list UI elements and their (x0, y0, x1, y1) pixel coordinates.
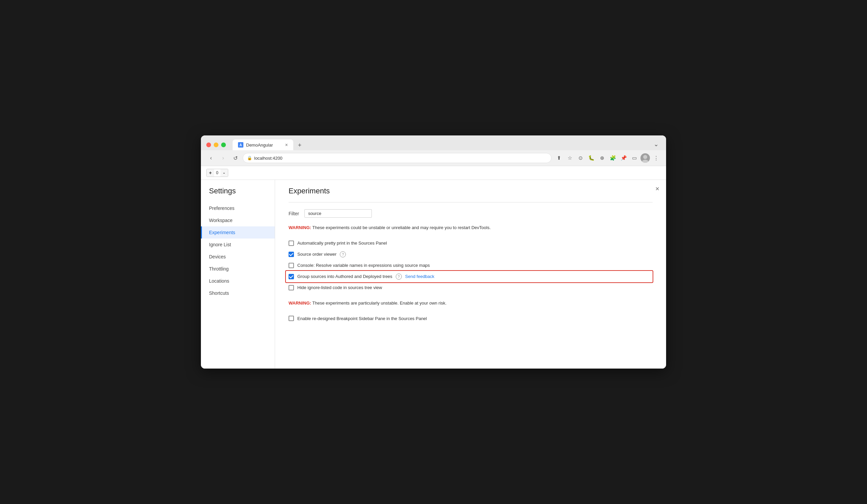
experiment-hide-ignore: Hide ignore-listed code in sources tree … (289, 282, 653, 293)
tab-bar: A DemoAngular × + (233, 140, 305, 150)
share-button[interactable]: ⬆ (554, 153, 564, 163)
warning-text-2: WARNING: These experiments are particula… (289, 300, 653, 307)
checkbox-hide-ignore[interactable] (289, 285, 294, 291)
counter-value: 0 (214, 171, 221, 175)
puzzle-icon[interactable]: 🧩 (608, 153, 618, 163)
checkbox-source-order-viewer[interactable] (289, 252, 294, 257)
close-button[interactable] (206, 143, 211, 147)
warning-label-2: WARNING: (289, 300, 311, 306)
devtools-icon[interactable]: ⊙ (576, 153, 585, 163)
address-bar[interactable]: 🔒 localhost:4200 (243, 153, 552, 163)
settings-panel: × Settings Preferences Workspace Experim… (201, 180, 666, 369)
active-tab[interactable]: A DemoAngular × (233, 140, 293, 150)
warning-body-2: These experiments are particularly unsta… (311, 300, 447, 306)
pin-icon[interactable]: 📌 (619, 153, 628, 163)
sidebar-item-locations[interactable]: Locations (201, 275, 275, 287)
title-divider (289, 202, 653, 202)
filter-row: Filter (289, 209, 653, 218)
svg-point-0 (643, 155, 647, 159)
bug-icon[interactable]: 🐛 (587, 153, 596, 163)
filter-label: Filter (289, 211, 299, 216)
tab-favicon: A (238, 142, 243, 147)
extension-icon[interactable]: ⊕ (597, 153, 607, 163)
minimize-button[interactable] (214, 143, 218, 147)
label-pretty-print: Automatically pretty print in the Source… (297, 241, 387, 245)
browser-window: A DemoAngular × + ⌄ ‹ › ↺ 🔒 localhost:42… (201, 135, 666, 369)
filter-input[interactable] (304, 209, 372, 218)
new-tab-button[interactable]: + (295, 140, 305, 150)
sidebar-item-shortcuts[interactable]: Shortcuts (201, 287, 275, 299)
window-dropdown-button[interactable]: ⌄ (651, 140, 661, 149)
refresh-button[interactable]: ↺ (231, 153, 240, 163)
navigation-bar: ‹ › ↺ 🔒 localhost:4200 ⬆ ☆ ⊙ 🐛 ⊕ 🧩 📌 ▭ ⋮ (201, 150, 666, 166)
nav-actions: ⬆ ☆ ⊙ 🐛 ⊕ 🧩 📌 ▭ ⋮ (554, 153, 661, 163)
menu-button[interactable]: ⋮ (651, 153, 661, 163)
close-settings-button[interactable]: × (655, 185, 659, 192)
sidebar-item-ignore-list[interactable]: Ignore List (201, 239, 275, 251)
experiment-source-order-viewer: Source order viewer ? (289, 249, 653, 260)
browser-content: + 0 - × Settings Preferences Workspace E… (201, 166, 666, 369)
counter-minus-button[interactable]: - (221, 169, 228, 176)
counter-widget: + 0 - (206, 169, 228, 177)
warning-text-1: WARNING: These experiments could be unst… (289, 224, 653, 231)
counter-plus-button[interactable]: + (207, 169, 214, 176)
settings-main-content: Experiments Filter WARNING: These experi… (275, 180, 666, 369)
checkbox-breakpoint-sidebar[interactable] (289, 316, 294, 321)
tab-close-button[interactable]: × (285, 143, 288, 147)
traffic-lights (206, 143, 226, 147)
label-console-resolve: Console: Resolve variable names in expre… (297, 263, 430, 268)
experiment-console-resolve: Console: Resolve variable names in expre… (289, 260, 653, 271)
lock-icon: 🔒 (247, 156, 252, 160)
label-breakpoint-sidebar: Enable re-designed Breakpoint Sidebar Pa… (297, 316, 427, 321)
sidebar-item-devices[interactable]: Devices (201, 251, 275, 263)
experiment-pretty-print: Automatically pretty print in the Source… (289, 238, 653, 249)
devtools-counter-row: + 0 - (201, 166, 666, 180)
sidebar-toggle[interactable]: ▭ (630, 153, 639, 163)
label-source-order-viewer: Source order viewer (297, 252, 336, 257)
experiment-breakpoint-sidebar: Enable re-designed Breakpoint Sidebar Pa… (289, 313, 653, 324)
svg-point-1 (642, 160, 649, 163)
checkbox-group-sources[interactable] (289, 274, 294, 279)
checkbox-console-resolve[interactable] (289, 263, 294, 268)
experiment-group-sources: Group sources into Authored and Deployed… (286, 271, 653, 282)
profile-icon[interactable] (641, 153, 650, 163)
sidebar-item-workspace[interactable]: Workspace (201, 214, 275, 227)
help-icon-group-sources[interactable]: ? (396, 274, 402, 280)
browser-titlebar: A DemoAngular × + ⌄ (201, 135, 666, 150)
experiments-title: Experiments (289, 187, 653, 195)
unstable-section: WARNING: These experiments are particula… (289, 300, 653, 324)
sidebar-item-experiments[interactable]: Experiments (201, 227, 275, 239)
tab-title: DemoAngular (246, 143, 282, 147)
back-button[interactable]: ‹ (206, 153, 216, 163)
sidebar-item-preferences[interactable]: Preferences (201, 202, 275, 214)
bookmark-button[interactable]: ☆ (565, 153, 575, 163)
sidebar-item-throttling[interactable]: Throttling (201, 263, 275, 275)
label-group-sources: Group sources into Authored and Deployed… (297, 274, 392, 279)
warning-label-1: WARNING: (289, 225, 311, 230)
forward-button[interactable]: › (218, 153, 228, 163)
warning-body-1: These experiments could be unstable or u… (311, 225, 491, 230)
settings-sidebar: Settings Preferences Workspace Experimen… (201, 180, 275, 369)
label-hide-ignore: Hide ignore-listed code in sources tree … (297, 285, 382, 290)
send-feedback-link[interactable]: Send feedback (405, 274, 435, 279)
maximize-button[interactable] (221, 143, 226, 147)
help-icon-source-order-viewer[interactable]: ? (340, 251, 346, 258)
address-text: localhost:4200 (254, 156, 282, 161)
settings-title: Settings (201, 187, 275, 202)
checkbox-pretty-print[interactable] (289, 241, 294, 246)
